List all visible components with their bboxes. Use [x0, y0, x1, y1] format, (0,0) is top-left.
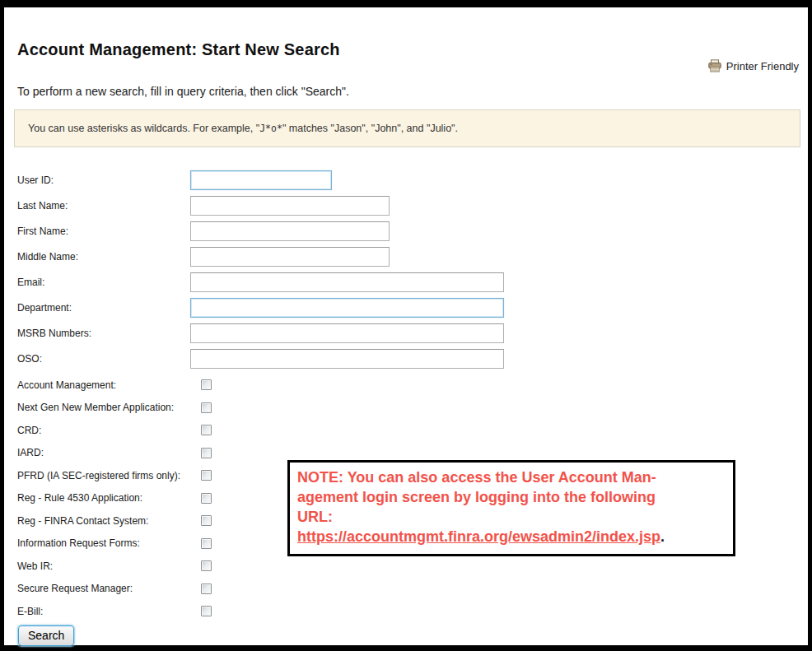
field-label: Middle Name:: [17, 251, 190, 263]
printer-friendly-label: Printer Friendly: [726, 60, 799, 72]
checkbox-label: Secure Request Manager:: [17, 583, 201, 594]
tip-text-before: You can use asterisks as wildcards. For …: [28, 123, 259, 134]
note-line: NOTE: You can also access the User Accou…: [297, 467, 726, 487]
note-box: NOTE: You can also access the User Accou…: [287, 460, 735, 556]
reg-rule-4530-application-checkbox[interactable]: [201, 493, 212, 504]
checkbox-label: Information Request Forms:: [17, 537, 201, 549]
checkbox-label: Reg - Rule 4530 Application:: [17, 492, 201, 504]
note-url-line: https://accountmgmt.finra.org/ewsadmin2/…: [297, 527, 726, 546]
field-label: First Name:: [17, 226, 190, 237]
checkbox-label: IARD:: [17, 447, 201, 458]
page-content: Printer Friendly Account Management: Sta…: [4, 40, 808, 651]
tip-text-after: " matches "Jason", "John", and "Julio".: [282, 123, 458, 134]
form-field-row: OSO:: [13, 348, 800, 369]
next-gen-new-member-application-checkbox[interactable]: [201, 402, 212, 413]
form-field-row: Email:: [13, 272, 800, 292]
tip-code: J*o*: [259, 123, 282, 134]
form-checkbox-row: Secure Request Manager:: [13, 578, 800, 601]
form-checkbox-row: Next Gen New Member Application:: [13, 397, 800, 420]
information-request-forms-checkbox[interactable]: [201, 538, 212, 549]
form-field-row: First Name:: [13, 221, 800, 241]
note-line: URL:: [297, 507, 726, 527]
oso-input[interactable]: [190, 349, 504, 369]
reg-finra-contact-system-checkbox[interactable]: [201, 515, 212, 526]
form-field-row: User ID:: [13, 170, 800, 190]
secure-request-manager-checkbox[interactable]: [201, 584, 212, 594]
form-field-row: Last Name:: [13, 195, 800, 216]
page-title: Account Management: Start New Search: [17, 40, 800, 60]
web-ir-checkbox[interactable]: [201, 560, 212, 571]
field-label: OSO:: [17, 353, 190, 365]
field-label: Email:: [17, 277, 190, 288]
middle-name-input[interactable]: [190, 247, 390, 267]
checkbox-label: Web IR:: [17, 560, 201, 572]
email-input[interactable]: [190, 272, 504, 292]
wildcard-tip: You can use asterisks as wildcards. For …: [14, 109, 800, 147]
field-label: MSRB Numbers:: [17, 328, 190, 339]
checkbox-label: E-Bill:: [17, 606, 201, 617]
printer-friendly-link[interactable]: Printer Friendly: [707, 59, 799, 72]
note-url-suffix: .: [660, 528, 665, 545]
crd-checkbox[interactable]: [201, 425, 212, 435]
form-checkbox-row: E-Bill:: [13, 600, 800, 623]
msrb-numbers-input[interactable]: [190, 323, 504, 343]
page-frame: Printer Friendly Account Management: Sta…: [0, 0, 812, 651]
field-label: Last Name:: [17, 200, 190, 212]
form-field-row: MSRB Numbers:: [13, 323, 800, 343]
department-input[interactable]: [190, 298, 504, 318]
checkbox-label: Account Management:: [17, 379, 201, 391]
text-fields-group: User ID: Last Name: First Name: Middle N…: [13, 170, 800, 369]
form-checkbox-row: Web IR:: [13, 555, 800, 578]
printer-icon: [707, 59, 722, 72]
form-checkbox-row: Account Management:: [13, 374, 800, 397]
note-url-link[interactable]: https://accountmgmt.finra.org/ewsadmin2/…: [297, 528, 660, 545]
account-management-checkbox[interactable]: [201, 379, 212, 390]
checkbox-label: CRD:: [17, 425, 201, 436]
note-line: agement login screen by logging into the…: [297, 487, 726, 507]
checkbox-label: PFRD (IA SEC-registered firms only):: [17, 470, 201, 481]
search-button[interactable]: Search: [18, 625, 74, 646]
form-field-row: Middle Name:: [13, 246, 800, 267]
user-id-input[interactable]: [190, 170, 332, 190]
checkbox-label: Next Gen New Member Application:: [17, 402, 201, 413]
field-label: User ID:: [17, 174, 190, 186]
e-bill-checkbox[interactable]: [201, 606, 212, 616]
last-name-input[interactable]: [190, 196, 390, 216]
intro-text: To perform a new search, fill in query c…: [17, 85, 800, 99]
pfrd-ia-sec-registered-firms-only-checkbox[interactable]: [201, 470, 212, 481]
first-name-input[interactable]: [190, 221, 390, 241]
checkbox-label: Reg - FINRA Contact System:: [17, 515, 201, 527]
form-checkbox-row: CRD:: [13, 419, 800, 442]
search-button-row: Search: [18, 625, 800, 646]
search-form: User ID: Last Name: First Name: Middle N…: [13, 170, 800, 646]
iard-checkbox[interactable]: [201, 448, 212, 458]
field-label: Department:: [17, 302, 190, 314]
form-field-row: Department:: [13, 297, 800, 318]
